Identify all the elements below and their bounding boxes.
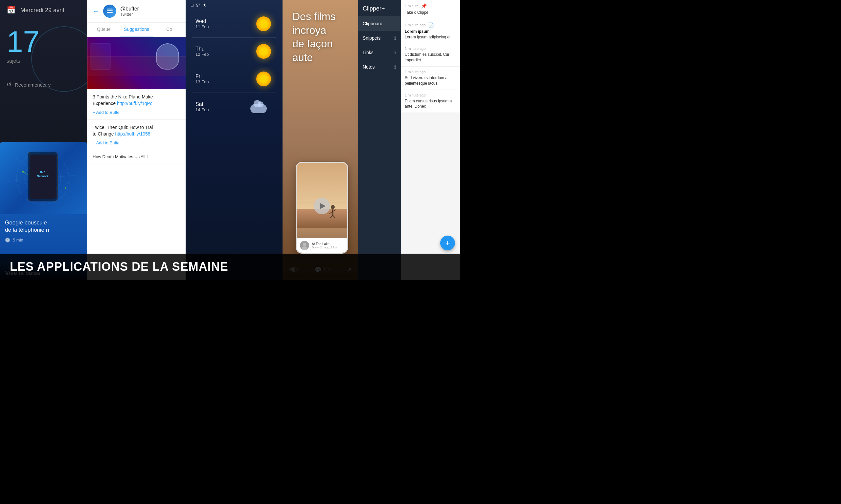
sun-icon-fri: [255, 70, 273, 88]
cloud-icon-sat: [250, 100, 270, 113]
fi-card-time: 5 min: [13, 237, 23, 242]
movie-phone-bottom: At The Lake Drew, 2h ago, 22 vi: [297, 238, 347, 253]
clip-4-timestamp: 1 minute ago: [405, 70, 426, 74]
clip-item-4[interactable]: 1 minute ago Sed viverra s interdum at. …: [401, 67, 460, 90]
weather-row-thu: Thu 12 Feb: [186, 38, 282, 65]
movie-title: Des films incroya de façon aute: [292, 10, 348, 64]
fi-card-content: Google bouscule de la téléphonie n 🕐 5 m…: [0, 214, 87, 246]
panel-weather: □ 9° ★ Wed 11 Feb Thu 12: [186, 0, 282, 280]
weather-status-bar: □ 9° ★: [186, 0, 282, 10]
clip-item-5[interactable]: 1 minute ago Etiam cursus risus ipsum a …: [401, 90, 460, 113]
svg-point-20: [331, 205, 335, 209]
fi-card-image: Fi 5 Network: [0, 142, 87, 214]
play-button[interactable]: [314, 198, 330, 214]
user-meta: Drew, 2h ago, 22 vi: [312, 246, 337, 249]
buffer-content: 3 Points the Nike Plane Make Experience …: [87, 37, 186, 163]
weather-row-fri: Fri 13 Feb: [186, 65, 282, 92]
user-info-block: At The Lake Drew, 2h ago, 22 vi: [312, 242, 337, 249]
weather-star-icon: ★: [203, 3, 207, 7]
article-1-block: 3 Points the Nike Plane Make Experience …: [87, 89, 186, 120]
article-2-title: Twice, Then Quit: How to Trai to Change …: [93, 124, 181, 137]
clip-3-header: 1 minute ago: [405, 47, 456, 51]
screen-container: 📅 Mercredi 29 avril 17 sujets ↺ Recommen…: [0, 0, 460, 280]
svg-point-9: [65, 187, 66, 189]
play-triangle-icon: [320, 203, 326, 209]
calendar-date: Mercredi 29 avril: [20, 7, 64, 14]
clock-icon: 🕐: [5, 237, 10, 242]
buffer-platform: Twitter: [120, 12, 139, 17]
buffer-username: @buffer: [120, 6, 139, 12]
article-1-link[interactable]: http://buff.ly/1qPc: [117, 101, 152, 106]
clip-5-text: Etiam cursus risus ipsum a ante. Donec: [405, 98, 456, 110]
info-icon-notes: ℹ: [394, 64, 396, 70]
clipper-nav-snippets[interactable]: Snippets ℹ: [358, 31, 400, 45]
recommencer-label: Recommencer v: [15, 82, 51, 88]
movie-text-overlay: Des films incroya de façon aute: [292, 10, 348, 64]
tab-co[interactable]: Co: [153, 23, 186, 36]
recommencer-button[interactable]: ↺ Recommencer v: [0, 77, 87, 92]
clip-2-timestamp: 1 minute ago: [405, 23, 426, 27]
article-1-title: 3 Points the Nike Plane Make Experience …: [93, 94, 181, 107]
fi-card-meta: 🕐 5 min: [5, 237, 82, 242]
fab-add-button[interactable]: +: [440, 236, 455, 250]
clipboard-label: Clipboard: [363, 21, 382, 26]
sun-icon-thu: [255, 42, 273, 60]
buffer-avatar: [103, 5, 116, 18]
restart-icon: ↺: [6, 81, 12, 88]
clip-1-text: Take c Clippe: [405, 10, 456, 15]
tab-queue[interactable]: Queue: [87, 23, 120, 36]
weather-day-fri: Fri 13 Feb: [195, 73, 209, 84]
clipper-nav-clipboard[interactable]: Clipboard: [358, 16, 400, 31]
panel-movie: Des films incroya de façon aute: [282, 0, 358, 280]
clipper-app-title: Clipper+: [358, 0, 400, 16]
buffer-logo-icon: [106, 7, 114, 15]
weather-icons-bar: □ 9° ★: [191, 3, 207, 7]
svg-rect-12: [107, 10, 113, 11]
back-button[interactable]: ←: [93, 7, 99, 15]
article-2-link[interactable]: http://buff.ly/1058: [115, 131, 151, 137]
panel-calendar: 📅 Mercredi 29 avril 17 sujets ↺ Recommen…: [0, 0, 87, 280]
links-label: Links: [363, 50, 374, 55]
info-icon-snippets: ℹ: [394, 35, 396, 41]
panels-row: 📅 Mercredi 29 avril 17 sujets ↺ Recommen…: [0, 0, 460, 280]
bottom-title-bar: LES APPLICATIONS DE LA SEMAINE: [0, 254, 460, 280]
info-icon-links: ℹ: [394, 50, 396, 55]
article-3-item: How Death Motivates Us All I: [87, 150, 186, 163]
temperature-display: 9°: [196, 3, 200, 7]
clip-2-text: Lorem ipsum adipiscing el: [405, 34, 456, 40]
sujets-text: sujets: [0, 58, 87, 64]
add-to-buffer-2[interactable]: + Add to Buffe: [93, 141, 181, 145]
svg-rect-13: [107, 8, 113, 10]
number-display: 17: [0, 27, 87, 56]
svg-point-27: [303, 243, 306, 246]
panel-clipper: Clipper+ Clipboard Snippets ℹ Links ℹ No…: [358, 0, 460, 280]
panel-buffer: ← @buffer Twitter Queue Suggestions: [87, 0, 186, 280]
buffer-article-image: [87, 37, 186, 89]
tab-suggestions[interactable]: Suggestions: [120, 23, 153, 36]
clip-3-timestamp: 1 minute ago: [405, 47, 426, 51]
add-to-buffer-1[interactable]: + Add to Buffe: [93, 110, 181, 115]
plane-interior-graphic: [87, 37, 186, 89]
clip-item-2[interactable]: 1 minute ago 📄 Lorem ipsum Lorem ipsum a…: [401, 19, 460, 43]
clipper-nav-links[interactable]: Links ℹ: [358, 45, 400, 60]
buffer-info: @buffer Twitter: [120, 6, 139, 17]
clip-item-1[interactable]: 1 minute 📌 Take c Clippe: [401, 0, 460, 19]
user-name: At The Lake: [312, 242, 337, 246]
weather-row-wed: Wed 11 Feb: [186, 10, 282, 37]
pin-icon: 📌: [421, 3, 427, 8]
fi-card-title: Google bouscule de la téléphonie n: [5, 219, 82, 234]
clipper-nav-notes[interactable]: Notes ℹ: [358, 60, 400, 74]
fi-graphic: Fi 5 Network: [0, 142, 87, 214]
clip-item-3[interactable]: 1 minute ago Ut dictum es suscipit. Cur …: [401, 43, 460, 67]
article-2-block: Twice, Then Quit: How to Trai to Change …: [87, 120, 186, 150]
buffer-tabs: Queue Suggestions Co: [87, 23, 186, 37]
clipper-sidebar: Clipper+ Clipboard Snippets ℹ Links ℹ No…: [358, 0, 401, 280]
clip-1-header: 1 minute 📌: [405, 3, 456, 8]
svg-rect-11: [107, 12, 113, 13]
clip-5-header: 1 minute ago: [405, 93, 456, 97]
notes-label: Notes: [363, 64, 375, 70]
user-avatar-icon: [300, 241, 309, 250]
weather-day-sat: Sat 14 Feb: [195, 102, 209, 112]
clip-3-text: Ut dictum es suscipit. Cur imperdiet.: [405, 52, 456, 63]
bottom-title: LES APPLICATIONS DE LA SEMAINE: [10, 260, 228, 274]
